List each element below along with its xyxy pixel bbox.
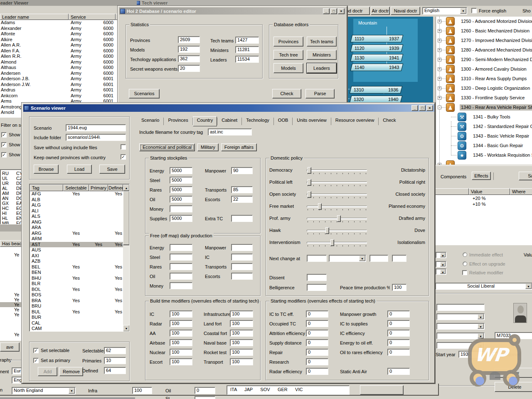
secret-weapons-events-field[interactable]: 20 — [178, 65, 200, 72]
beach-row[interactable]: Ye — [0, 307, 22, 312]
area-select[interactable]: North England ▼ — [12, 387, 76, 394]
tag-pair-row[interactable]: ANDO — [0, 196, 21, 201]
tag-row[interactable]: BRAYesYes — [30, 298, 123, 304]
provinces-field[interactable]: 2609 — [178, 36, 200, 43]
chevron-down-icon[interactable]: ▼ — [359, 256, 365, 261]
minimize-button[interactable]: _ — [323, 8, 330, 14]
policy-slider-thumb[interactable] — [325, 227, 329, 234]
beach-row[interactable]: Ye — [0, 252, 22, 257]
tree-item[interactable]: +♟1260 - Basic Mechanized Division — [436, 26, 532, 36]
tag-pair-row[interactable]: ULCZ — [0, 176, 21, 181]
hoi2db-titlebar[interactable]: Hoi 2 Database / scenario editor _ □ × — [119, 7, 346, 15]
leader-row[interactable]: AdamsArmy6000 — [0, 20, 118, 26]
tab-units-overview[interactable]: Units overview — [293, 116, 331, 126]
leaders-field[interactable]: 11534 — [235, 56, 259, 63]
minimize-button[interactable]: _ — [411, 105, 418, 111]
save-button[interactable]: Save — [99, 165, 125, 174]
tree-item[interactable]: +♟1250 - Advanced Motorized Division — [436, 17, 532, 26]
policy-slider-thumb[interactable] — [308, 167, 311, 174]
repair-field[interactable]: 0 — [306, 349, 328, 356]
browse-button[interactable]: Browse — [34, 165, 59, 174]
tag-row[interactable]: ARGYesYes — [30, 231, 123, 236]
expander-icon[interactable]: + — [438, 39, 441, 42]
detail-select[interactable]: ▼ — [436, 323, 485, 330]
subtab-foreign-affairs[interactable]: Foreign affairs — [221, 143, 257, 151]
beach-row[interactable] — [0, 267, 22, 272]
force-english-checkbox[interactable] — [471, 8, 477, 13]
leader-row[interactable]: AndersenArmy6000 — [0, 71, 118, 76]
expander-icon[interactable]: + — [438, 29, 441, 33]
techology-applications-field[interactable]: 362 — [178, 55, 200, 62]
tech-box[interactable]: 11301941 — [350, 54, 403, 62]
tab-provinces[interactable]: Provinces — [164, 116, 192, 126]
radar-field[interactable]: 100 — [170, 320, 192, 327]
tag-row[interactable]: BELYesYes — [30, 264, 123, 270]
effect-on-upgrade-radio[interactable] — [463, 261, 467, 266]
manpower-field[interactable] — [231, 244, 253, 251]
scroll-up-icon[interactable]: ▲ — [123, 185, 130, 191]
next-change-field[interactable] — [369, 255, 388, 262]
supplies-field[interactable]: 5000 — [170, 215, 192, 222]
radar-efficiency-field[interactable]: 0 — [306, 368, 328, 375]
expander-icon[interactable]: + — [438, 96, 441, 100]
policy-slider-thumb[interactable] — [337, 215, 341, 222]
policy-slider-track[interactable] — [307, 182, 367, 183]
set-as-primary-checkbox[interactable]: ✓ — [33, 358, 39, 363]
tag-row[interactable]: BEN — [30, 270, 123, 276]
leader-row[interactable]: Allen F.A.Army6000 — [0, 48, 118, 54]
energy-to-oil-eff-field[interactable]: 0 — [387, 339, 410, 346]
column-header-where[interactable]: Where — [510, 188, 532, 195]
beach-row[interactable]: Ye — [0, 292, 22, 297]
policy-slider-track[interactable] — [307, 230, 367, 232]
column-header-selectable[interactable]: Selectable — [63, 185, 89, 191]
expander-icon[interactable]: - — [438, 106, 441, 109]
parse-button[interactable]: Parse — [305, 89, 335, 99]
tab-components[interactable]: Components — [441, 174, 466, 180]
dissent-field[interactable] — [307, 274, 327, 281]
leader-row[interactable]: AndrusArmy6001 — [0, 87, 118, 93]
tree-item[interactable]: +♟1290 - Semi-Modern Mechanized Division — [436, 55, 532, 64]
column-header-leader-name[interactable]: Leader name — [0, 14, 69, 20]
toolbar-air-doctr[interactable]: Air doctr — [371, 7, 390, 15]
leader-row[interactable]: AlthausArmy6000 — [0, 65, 118, 71]
tag-pair-row[interactable]: RUCY — [0, 171, 21, 176]
tree-item[interactable]: +♟1270 - Improved Mechanized Division — [436, 36, 532, 45]
steel-field[interactable]: 5000 — [170, 177, 192, 184]
models-field[interactable]: 192 — [178, 46, 200, 53]
add-button[interactable]: Add — [38, 367, 57, 376]
chevron-down-icon[interactable]: ▼ — [440, 262, 446, 266]
chevron-down-icon[interactable]: ▼ — [525, 283, 532, 289]
policy-slider-track[interactable] — [307, 206, 367, 207]
mini-select[interactable]: ▼ — [436, 252, 446, 258]
leader-row[interactable]: AlmondArmy6000 — [0, 59, 118, 65]
expander-icon[interactable]: + — [438, 77, 441, 81]
beach-row[interactable] — [0, 262, 22, 267]
tab-scenario[interactable]: Scenario — [137, 116, 163, 126]
tech-box[interactable]: 11201939 — [350, 44, 403, 52]
close-button[interactable]: × — [338, 8, 345, 14]
tab-check[interactable]: Check — [379, 116, 400, 126]
beach-row[interactable]: Ye — [0, 302, 22, 307]
steel-field[interactable] — [170, 254, 192, 261]
tree-item[interactable]: ⚙1344 - Basic Gun Repair — [436, 141, 532, 150]
tag-row[interactable]: BULYesYes — [30, 309, 123, 315]
scrollbar[interactable]: ▲ ▼ — [123, 185, 130, 332]
money-field[interactable] — [170, 282, 192, 289]
tag-row[interactable]: AXI — [30, 253, 123, 259]
detail-select[interactable]: ▼ — [436, 313, 485, 320]
tag-row[interactable]: ALG — [30, 202, 123, 208]
land-fort-field[interactable]: 100 — [230, 320, 253, 327]
expander-icon[interactable]: + — [438, 20, 441, 23]
expander-icon[interactable]: + — [438, 48, 441, 52]
extra-tc-field[interactable] — [231, 215, 253, 222]
next-change-field[interactable] — [307, 255, 327, 262]
ic-efficiency-field[interactable]: 0 — [387, 330, 410, 337]
expander-icon[interactable]: + — [438, 58, 441, 62]
editor-button-provinces[interactable]: Provinces — [273, 37, 303, 47]
set-selectable-checkbox[interactable]: ✓ — [33, 348, 39, 353]
tree-item[interactable]: +♟1330 - Frontline Supply Service — [436, 93, 532, 103]
tech-box[interactable]: 11101937 — [350, 35, 403, 42]
show-filter-checkbox[interactable]: ✓ — [1, 152, 7, 158]
tag-row[interactable]: BOLYesYes — [30, 287, 123, 293]
editor-button-tech-tree[interactable]: Tech tree — [273, 50, 303, 60]
